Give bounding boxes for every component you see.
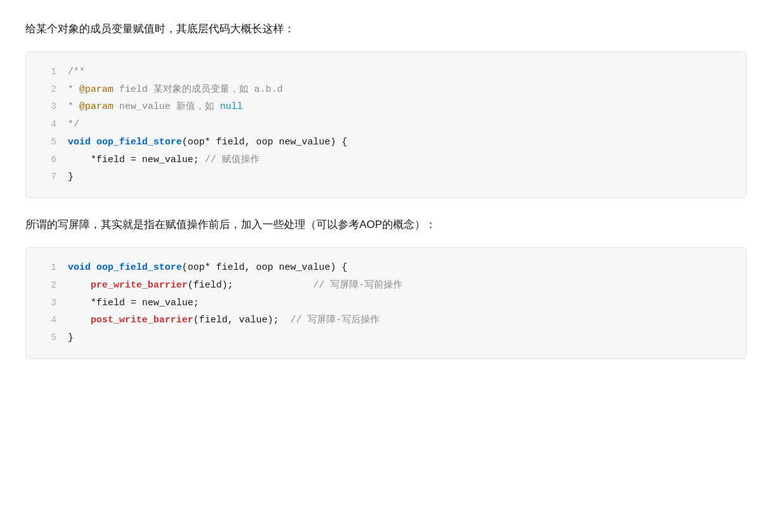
code-line: 6 *field = new_value; // 赋值操作 <box>26 151 746 169</box>
line-number: 4 <box>41 312 56 329</box>
line-number: 1 <box>41 64 56 80</box>
code-content: post_write_barrier(field, value); // 写屏障… <box>68 312 731 329</box>
line-number: 7 <box>41 169 56 186</box>
code-content: * @param field 某对象的成员变量，如 a.b.d <box>68 81 731 99</box>
line-number: 5 <box>41 330 56 346</box>
code-line: 7 } <box>26 168 746 186</box>
code-line: 1 /** <box>26 63 746 81</box>
code-line: 2 * @param field 某对象的成员变量，如 a.b.d <box>26 81 746 99</box>
code-content: void oop_field_store(oop* field, oop new… <box>68 259 731 277</box>
code-line: 2 pre_write_barrier(field); // 写屏障-写前操作 <box>26 277 746 294</box>
code-content: /** <box>68 63 731 81</box>
line-number: 5 <box>41 134 56 151</box>
code-content: } <box>68 168 731 186</box>
code-content: * @param new_value 新值，如 null <box>68 98 731 116</box>
code-content: void oop_field_store(oop* field, oop new… <box>68 134 731 151</box>
code-line: 3 *field = new_value; <box>26 294 746 312</box>
line-number: 6 <box>41 152 56 168</box>
line-number: 1 <box>41 260 56 276</box>
line-number: 2 <box>41 82 56 98</box>
code-line: 1 void oop_field_store(oop* field, oop n… <box>26 259 746 277</box>
code-content: } <box>68 329 731 347</box>
code-line: 4 post_write_barrier(field, value); // 写… <box>26 312 746 329</box>
line-number: 4 <box>41 117 56 133</box>
line-number: 2 <box>41 277 56 294</box>
code-content: *field = new_value; <box>68 294 731 312</box>
line-number: 3 <box>41 99 56 115</box>
code-line: 5 } <box>26 329 746 347</box>
section2-intro: 所谓的写屏障，其实就是指在赋值操作前后，加入一些处理（可以参考AOP的概念）： <box>25 216 747 234</box>
code-line: 4 */ <box>26 116 746 134</box>
code-block-2: 1 void oop_field_store(oop* field, oop n… <box>25 247 747 359</box>
code-content: pre_write_barrier(field); // 写屏障-写前操作 <box>68 277 731 294</box>
line-number: 3 <box>41 295 56 312</box>
code-content: *field = new_value; // 赋值操作 <box>68 151 731 169</box>
code-line: 5 void oop_field_store(oop* field, oop n… <box>26 134 746 151</box>
code-line: 3 * @param new_value 新值，如 null <box>26 98 746 116</box>
section1-intro: 给某个对象的成员变量赋值时，其底层代码大概长这样： <box>25 20 747 39</box>
code-block-1: 1 /** 2 * @param field 某对象的成员变量，如 a.b.d … <box>25 51 747 198</box>
code-content: */ <box>68 116 731 134</box>
